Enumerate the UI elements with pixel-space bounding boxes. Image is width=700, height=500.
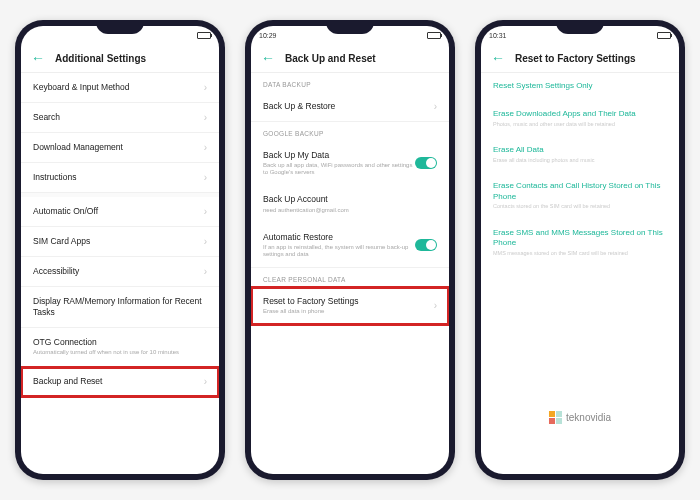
chevron-right-icon: › bbox=[204, 172, 207, 183]
item-reset-factory[interactable]: Reset to Factory Settings Erase all data… bbox=[251, 287, 449, 325]
settings-item-search[interactable]: Search › bbox=[21, 103, 219, 133]
phone-mockup-3: 10:31 ← Reset to Factory Settings Reset … bbox=[475, 20, 685, 480]
settings-item-keyboard[interactable]: Keyboard & Input Method › bbox=[21, 73, 219, 103]
back-arrow-icon[interactable]: ← bbox=[261, 50, 275, 66]
toggle-auto-restore[interactable] bbox=[415, 239, 437, 251]
chevron-right-icon: › bbox=[204, 376, 207, 387]
page-title: Additional Settings bbox=[55, 53, 146, 64]
chevron-right-icon: › bbox=[434, 101, 437, 112]
item-auto-restore[interactable]: Automatic Restore If an app is reinstall… bbox=[251, 223, 449, 268]
back-arrow-icon[interactable]: ← bbox=[491, 50, 505, 66]
header: ← Back Up and Reset bbox=[251, 44, 449, 73]
phone-mockup-2: 10:29 ← Back Up and Reset DATA BACKUP Ba… bbox=[245, 20, 455, 480]
settings-item-auto-onoff[interactable]: Automatic On/Off › bbox=[21, 197, 219, 227]
page-title: Back Up and Reset bbox=[285, 53, 376, 64]
chevron-right-icon: › bbox=[434, 300, 437, 311]
section-clear-personal: CLEAR PERSONAL DATA bbox=[251, 268, 449, 287]
chevron-right-icon: › bbox=[204, 82, 207, 93]
reset-option-erase-sms[interactable]: Erase SMS and MMS Messages Stored on Thi… bbox=[481, 220, 679, 266]
phone-mockup-1: ← Additional Settings Keyboard & Input M… bbox=[15, 20, 225, 480]
page-title: Reset to Factory Settings bbox=[515, 53, 636, 64]
settings-item-otg[interactable]: OTG Connection Automatically turned off … bbox=[21, 328, 219, 366]
reset-option-erase-apps[interactable]: Erase Downloaded Apps and Their Data Pho… bbox=[481, 101, 679, 137]
header: ← Additional Settings bbox=[21, 44, 219, 73]
settings-item-sim[interactable]: SIM Card Apps › bbox=[21, 227, 219, 257]
status-bar bbox=[21, 26, 219, 44]
battery-icon bbox=[657, 32, 671, 39]
settings-item-backup-reset[interactable]: Backup and Reset › bbox=[21, 367, 219, 397]
chevron-right-icon: › bbox=[204, 112, 207, 123]
status-bar: 10:31 bbox=[481, 26, 679, 44]
status-bar: 10:29 bbox=[251, 26, 449, 44]
watermark-text: teknovidia bbox=[566, 412, 611, 423]
item-backup-restore[interactable]: Back Up & Restore › bbox=[251, 92, 449, 122]
section-data-backup: DATA BACKUP bbox=[251, 73, 449, 92]
settings-item-download[interactable]: Download Management › bbox=[21, 133, 219, 163]
battery-icon bbox=[427, 32, 441, 39]
watermark: teknovidia bbox=[549, 411, 611, 424]
chevron-right-icon: › bbox=[204, 206, 207, 217]
battery-icon bbox=[197, 32, 211, 39]
reset-option-erase-contacts[interactable]: Erase Contacts and Call History Stored o… bbox=[481, 173, 679, 219]
chevron-right-icon: › bbox=[204, 266, 207, 277]
settings-item-ram[interactable]: Display RAM/Memory Information for Recen… bbox=[21, 287, 219, 328]
reset-option-erase-all[interactable]: Erase All Data Erase all data including … bbox=[481, 137, 679, 173]
item-backup-mydata[interactable]: Back Up My Data Back up all app data, Wi… bbox=[251, 141, 449, 185]
chevron-right-icon: › bbox=[204, 142, 207, 153]
settings-item-instructions[interactable]: Instructions › bbox=[21, 163, 219, 193]
status-time: 10:29 bbox=[259, 32, 277, 39]
header: ← Reset to Factory Settings bbox=[481, 44, 679, 73]
item-backup-account[interactable]: Back Up Account need authentication@gmai… bbox=[251, 185, 449, 222]
toggle-backup-mydata[interactable] bbox=[415, 157, 437, 169]
section-google-backup: GOOGLE BACKUP bbox=[251, 122, 449, 141]
chevron-right-icon: › bbox=[204, 236, 207, 247]
reset-option-system-only[interactable]: Reset System Settings Only bbox=[481, 73, 679, 101]
status-time: 10:31 bbox=[489, 32, 507, 39]
back-arrow-icon[interactable]: ← bbox=[31, 50, 45, 66]
settings-item-accessibility[interactable]: Accessibility › bbox=[21, 257, 219, 287]
watermark-logo-icon bbox=[549, 411, 562, 424]
